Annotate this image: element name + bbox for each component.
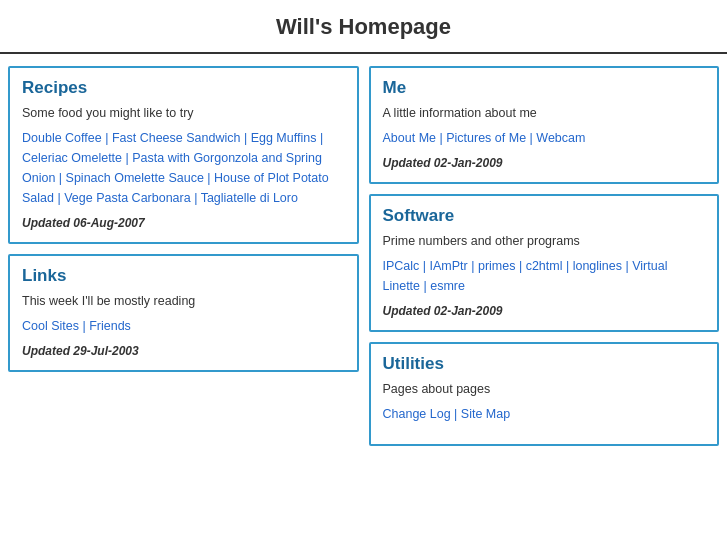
links-card: Links This week I'll be mostly reading C… [8, 254, 359, 372]
recipe-link-fast-cheese[interactable]: Fast Cheese Sandwich [112, 131, 241, 145]
software-card: Software Prime numbers and other program… [369, 194, 720, 332]
link-friends[interactable]: Friends [89, 319, 131, 333]
links-updated: Updated 29-Jul-2003 [22, 344, 345, 358]
utilities-card: Utilities Pages about pages Change Log |… [369, 342, 720, 446]
utilities-link-sitemap[interactable]: Site Map [461, 407, 510, 421]
software-link-primes[interactable]: primes [478, 259, 516, 273]
recipe-link-double-coffee[interactable]: Double Coffee [22, 131, 102, 145]
link-cool-sites[interactable]: Cool Sites [22, 319, 79, 333]
me-link-about[interactable]: About Me [383, 131, 437, 145]
me-links: About Me | Pictures of Me | Webcam [383, 128, 706, 148]
recipe-link-egg-muffins[interactable]: Egg Muffins [251, 131, 317, 145]
recipe-link-tagliatelle[interactable]: Tagliatelle di Loro [201, 191, 298, 205]
software-title: Software [383, 206, 706, 226]
recipes-card: Recipes Some food you might like to try … [8, 66, 359, 244]
utilities-desc: Pages about pages [383, 382, 706, 396]
software-link-ipcalc[interactable]: IPCalc [383, 259, 420, 273]
software-link-longlines[interactable]: longlines [573, 259, 622, 273]
software-updated: Updated 02-Jan-2009 [383, 304, 706, 318]
links-title: Links [22, 266, 345, 286]
me-link-pictures[interactable]: Pictures of Me [446, 131, 526, 145]
links-desc: This week I'll be mostly reading [22, 294, 345, 308]
software-link-esmre[interactable]: esmre [430, 279, 465, 293]
me-desc: A little information about me [383, 106, 706, 120]
utilities-link-changelog[interactable]: Change Log [383, 407, 451, 421]
recipe-link-spinach[interactable]: Spinach Omelette Sauce [66, 171, 204, 185]
recipe-link-vege-pasta[interactable]: Vege Pasta Carbonara [64, 191, 190, 205]
utilities-title: Utilities [383, 354, 706, 374]
recipes-title: Recipes [22, 78, 345, 98]
links-links: Cool Sites | Friends [22, 316, 345, 336]
utilities-links: Change Log | Site Map [383, 404, 706, 424]
me-title: Me [383, 78, 706, 98]
software-link-iamptr[interactable]: IAmPtr [430, 259, 468, 273]
me-link-webcam[interactable]: Webcam [536, 131, 585, 145]
software-link-c2html[interactable]: c2html [526, 259, 563, 273]
software-links: IPCalc | IAmPtr | primes | c2html | long… [383, 256, 706, 296]
recipes-desc: Some food you might like to try [22, 106, 345, 120]
recipes-updated: Updated 06-Aug-2007 [22, 216, 345, 230]
recipe-link-celeriac[interactable]: Celeriac Omelette [22, 151, 122, 165]
me-updated: Updated 02-Jan-2009 [383, 156, 706, 170]
me-card: Me A little information about me About M… [369, 66, 720, 184]
recipes-links: Double Coffee | Fast Cheese Sandwich | E… [22, 128, 345, 208]
software-desc: Prime numbers and other programs [383, 234, 706, 248]
page-title: Will's Homepage [0, 0, 727, 54]
